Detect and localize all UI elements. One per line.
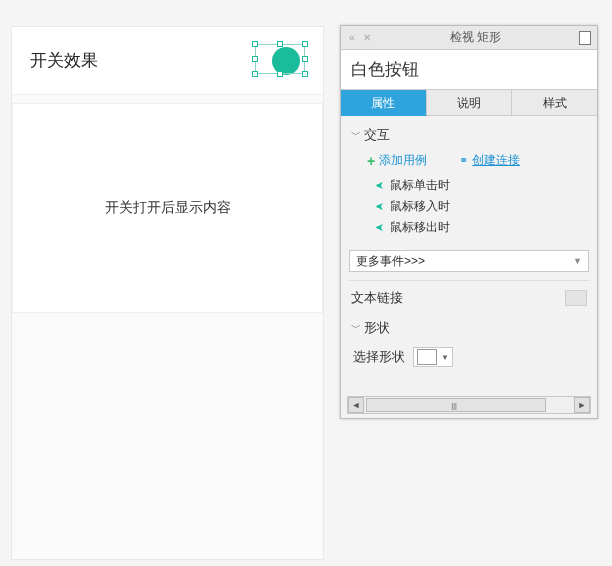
event-item[interactable]: ➤ 鼠标移入时 xyxy=(375,196,597,217)
chain-icon: ⚭ xyxy=(459,154,468,167)
event-item[interactable]: ➤ 鼠标移出时 xyxy=(375,217,597,238)
tabs: 属性 说明 样式 xyxy=(341,90,597,116)
event-label: 鼠标移出时 xyxy=(390,219,450,236)
scroll-right-button[interactable]: ► xyxy=(574,397,590,413)
more-events-dropdown[interactable]: 更多事件>>> ▼ xyxy=(349,250,589,272)
chevron-down-icon: ﹀ xyxy=(351,128,360,142)
toggle-switch[interactable] xyxy=(255,46,305,76)
more-events-label: 更多事件>>> xyxy=(356,251,425,271)
event-label: 鼠标移入时 xyxy=(390,198,450,215)
selection-box[interactable] xyxy=(255,44,305,74)
add-case-link[interactable]: + 添加用例 xyxy=(367,152,427,169)
horizontal-scrollbar[interactable]: ◄ Ⅲ ► xyxy=(347,396,591,414)
preview-canvas: 开关效果 开关打开后显示内容 xyxy=(11,26,324,560)
chevron-down-icon: ▼ xyxy=(573,251,582,271)
tab-properties[interactable]: 属性 xyxy=(341,90,427,116)
text-link-row: 文本链接 xyxy=(349,280,589,311)
section-shape[interactable]: ﹀ 形状 xyxy=(341,315,597,341)
cursor-icon: ➤ xyxy=(375,200,384,213)
plus-icon: + xyxy=(367,153,375,169)
panel-header: « ✕ 检视 矩形 xyxy=(341,26,597,50)
preview-body-text: 开关打开后显示内容 xyxy=(105,199,231,217)
chevron-down-icon: ▼ xyxy=(441,353,449,362)
panel-header-title: 检视 矩形 xyxy=(373,29,579,46)
section-interaction-title: 交互 xyxy=(364,126,390,144)
event-item[interactable]: ➤ 鼠标单击时 xyxy=(375,175,597,196)
tab-style[interactable]: 样式 xyxy=(512,90,597,116)
text-link-label: 文本链接 xyxy=(351,289,403,307)
element-name-field[interactable]: 白色按钮 xyxy=(341,50,597,90)
tab-notes[interactable]: 说明 xyxy=(427,90,513,116)
shape-swatch xyxy=(417,349,437,365)
cursor-icon: ➤ xyxy=(375,221,384,234)
document-icon[interactable] xyxy=(579,31,591,45)
section-interaction[interactable]: ﹀ 交互 xyxy=(341,122,597,148)
event-list: ➤ 鼠标单击时 ➤ 鼠标移入时 ➤ 鼠标移出时 xyxy=(341,175,597,244)
preview-header: 开关效果 xyxy=(12,27,323,95)
text-link-button[interactable] xyxy=(565,290,587,306)
shape-dropdown[interactable]: ▼ xyxy=(413,347,453,367)
create-link-label: 创建连接 xyxy=(472,152,520,169)
event-label: 鼠标单击时 xyxy=(390,177,450,194)
select-shape-row: 选择形状 ▼ xyxy=(341,341,597,375)
preview-body: 开关打开后显示内容 xyxy=(12,103,323,313)
panel-header-icons: « ✕ xyxy=(347,32,373,43)
section-shape-title: 形状 xyxy=(364,319,390,337)
prev-icon[interactable]: « xyxy=(347,32,357,43)
create-link-link[interactable]: ⚭ 创建连接 xyxy=(459,152,520,169)
interaction-actions: + 添加用例 ⚭ 创建连接 xyxy=(341,148,597,175)
cursor-icon: ➤ xyxy=(375,179,384,192)
inspector-panel: « ✕ 检视 矩形 白色按钮 属性 说明 样式 ﹀ 交互 + 添加用例 ⚭ 创建… xyxy=(340,25,598,419)
scroll-thumb[interactable]: Ⅲ xyxy=(366,398,546,412)
panel-body: ﹀ 交互 + 添加用例 ⚭ 创建连接 ➤ 鼠标单击时 ➤ 鼠标移入时 ➤ xyxy=(341,116,597,396)
chevron-down-icon: ﹀ xyxy=(351,321,360,335)
scroll-left-button[interactable]: ◄ xyxy=(348,397,364,413)
preview-title: 开关效果 xyxy=(30,49,98,72)
close-icon[interactable]: ✕ xyxy=(361,32,373,43)
select-shape-label: 选择形状 xyxy=(353,348,405,366)
scroll-grip-icon: Ⅲ xyxy=(451,402,461,412)
add-case-label: 添加用例 xyxy=(379,152,427,169)
